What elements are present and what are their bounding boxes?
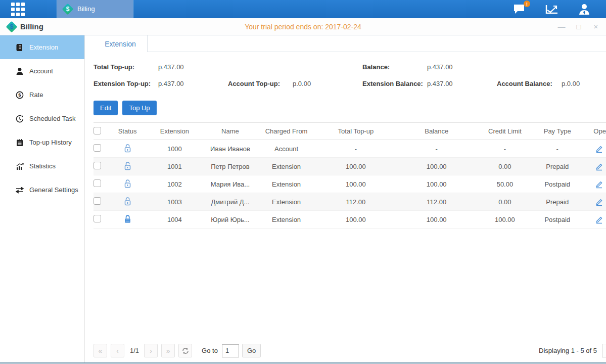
edit-icon[interactable] bbox=[595, 198, 603, 206]
first-page-button[interactable]: « bbox=[94, 344, 107, 357]
table-row: 1001 Петр Петров Extension 100.00 100.00… bbox=[94, 158, 606, 175]
window-header: $ Billing Your trial period ends on: 201… bbox=[0, 18, 606, 35]
unlocked-icon bbox=[123, 161, 132, 170]
goto-label: Go to bbox=[202, 347, 218, 354]
topbar-tab-label: Billing bbox=[77, 5, 95, 13]
name-cell: Юрий Юрь... bbox=[206, 211, 254, 229]
col-charged-from: Charged From bbox=[255, 123, 318, 140]
page-size-select[interactable]: 10 ▼ bbox=[602, 344, 606, 357]
balance-value: p.437.00 bbox=[427, 63, 497, 71]
charged-from-cell: Account bbox=[255, 140, 318, 158]
rate-icon: $ bbox=[15, 90, 24, 100]
edit-icon[interactable] bbox=[595, 145, 603, 153]
select-all-checkbox[interactable] bbox=[94, 127, 101, 134]
topup-history-icon bbox=[15, 138, 24, 147]
sidebar-item-topup-history[interactable]: Top-up History bbox=[0, 130, 84, 154]
sidebar-item-label: Extension bbox=[29, 43, 58, 51]
app-grid-button[interactable] bbox=[0, 0, 35, 18]
refresh-icon bbox=[182, 347, 189, 354]
sidebar-item-scheduled-task[interactable]: Scheduled Task bbox=[0, 107, 84, 130]
sidebar-item-label: Account bbox=[29, 67, 53, 75]
total-topup-cell: - bbox=[318, 140, 393, 158]
charged-from-cell: Extension bbox=[255, 158, 318, 175]
table-row: 1003 Дмитрий Д... Extension 112.00 112.0… bbox=[94, 193, 606, 211]
col-credit-limit: Credit Limit bbox=[480, 123, 530, 140]
tabstrip: Extension bbox=[85, 35, 606, 52]
tab-extension[interactable]: Extension bbox=[94, 35, 148, 52]
total-topup-cell: 100.00 bbox=[318, 211, 393, 229]
table-row: 1002 Мария Ива... Extension 100.00 100.0… bbox=[94, 175, 606, 193]
col-total-topup: Total Top-up bbox=[318, 123, 393, 140]
balance-cell: - bbox=[393, 140, 480, 158]
refresh-button[interactable] bbox=[178, 344, 192, 357]
trial-notice: Your trial period ends on: 2017-02-24 bbox=[0, 23, 606, 31]
row-checkbox[interactable] bbox=[94, 144, 101, 152]
edit-icon[interactable] bbox=[595, 162, 603, 171]
user-icon bbox=[578, 3, 591, 15]
name-cell: Мария Ива... bbox=[206, 175, 254, 193]
displaying-text: Displaying 1 - 5 of 5 bbox=[539, 347, 597, 354]
balance-cell: 112.00 bbox=[393, 193, 480, 211]
col-balance: Balance bbox=[393, 123, 480, 140]
extension-topup-label: Extension Top-up: bbox=[94, 80, 158, 87]
next-page-button[interactable]: › bbox=[144, 344, 158, 357]
total-topup-cell: 100.00 bbox=[318, 175, 393, 193]
balance-label: Balance: bbox=[362, 63, 427, 71]
line-chart-icon bbox=[545, 4, 558, 15]
table-body: 1000 Иван Иванов Account - - - - bbox=[94, 140, 606, 229]
extension-balance-value: p.437.00 bbox=[427, 80, 497, 87]
topbar: $ Billing ! bbox=[0, 0, 606, 18]
apps-grid-icon bbox=[11, 3, 25, 16]
edit-icon[interactable] bbox=[595, 215, 603, 224]
account-balance-label: Account Balance: bbox=[497, 80, 562, 87]
extension-balance-label: Extension Balance: bbox=[362, 80, 427, 87]
svg-text:$: $ bbox=[18, 92, 21, 98]
statistics-icon bbox=[15, 162, 24, 171]
maximize-button[interactable]: □ bbox=[575, 23, 583, 31]
statistics-topbar-button[interactable] bbox=[545, 4, 558, 15]
sidebar-item-statistics[interactable]: Statistics bbox=[0, 154, 84, 178]
balance-summary: Total Top-up: p.437.00 Extension Top-up:… bbox=[85, 52, 606, 97]
row-checkbox[interactable] bbox=[94, 197, 101, 205]
last-page-button[interactable]: » bbox=[161, 344, 175, 357]
edit-icon[interactable] bbox=[595, 180, 603, 189]
credit-limit-cell: 50.00 bbox=[480, 175, 530, 193]
name-cell: Дмитрий Д... bbox=[206, 193, 254, 211]
unlocked-icon bbox=[123, 197, 132, 206]
edit-button[interactable]: Edit bbox=[94, 101, 118, 115]
main-content: Extension Total Top-up: p.437.00 Extensi… bbox=[85, 35, 606, 362]
messages-button[interactable]: ! bbox=[513, 4, 526, 15]
sidebar-item-extension[interactable]: Extension bbox=[0, 35, 84, 59]
pay-type-cell: Postpaid bbox=[530, 211, 585, 229]
sidebar-item-general-settings[interactable]: General Settings bbox=[0, 178, 84, 202]
prev-page-button[interactable]: ‹ bbox=[111, 344, 124, 357]
row-checkbox[interactable] bbox=[94, 179, 101, 187]
account-topup-value: p.0.00 bbox=[293, 80, 362, 87]
window-title: $ Billing bbox=[6, 21, 43, 32]
goto-page-input[interactable] bbox=[222, 344, 239, 357]
extension-topup-value: p.437.00 bbox=[158, 80, 228, 87]
sidebar-item-account[interactable]: Account bbox=[0, 59, 84, 83]
sidebar-item-label: Scheduled Task bbox=[29, 115, 76, 122]
credit-limit-cell: 0.00 bbox=[480, 158, 530, 175]
pay-type-cell: Prepaid bbox=[530, 193, 585, 211]
close-button[interactable]: × bbox=[592, 23, 600, 31]
general-settings-icon bbox=[15, 186, 24, 195]
go-button[interactable]: Go bbox=[242, 344, 261, 357]
page-indicator: 1/1 bbox=[130, 347, 139, 354]
top-up-button[interactable]: Top Up bbox=[122, 101, 156, 115]
extension-icon bbox=[15, 43, 24, 52]
billing-app-icon: $ bbox=[62, 4, 73, 15]
col-extension: Extension bbox=[144, 123, 206, 140]
scheduled-task-icon bbox=[15, 114, 24, 123]
charged-from-cell: Extension bbox=[255, 211, 318, 229]
minimize-button[interactable]: — bbox=[557, 23, 566, 31]
user-menu-button[interactable] bbox=[578, 3, 591, 15]
row-checkbox[interactable] bbox=[94, 215, 101, 222]
topbar-tab-billing[interactable]: $ Billing bbox=[57, 0, 133, 18]
extension-cell: 1003 bbox=[144, 193, 206, 211]
row-checkbox[interactable] bbox=[94, 162, 101, 169]
window-title-text: Billing bbox=[20, 22, 43, 31]
account-topup-label: Account Top-up: bbox=[228, 80, 293, 87]
sidebar-item-rate[interactable]: $ Rate bbox=[0, 83, 84, 107]
